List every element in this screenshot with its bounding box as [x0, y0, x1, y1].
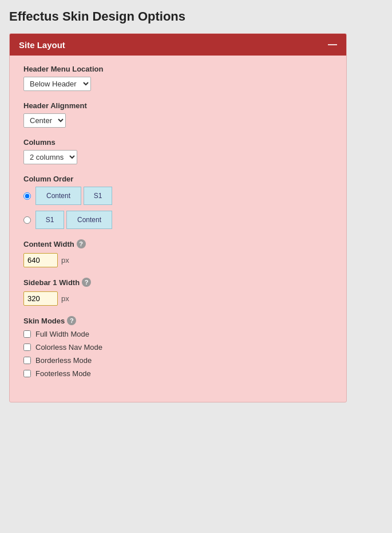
borderless-mode-item: Borderless Mode — [23, 356, 332, 365]
full-width-mode-checkbox[interactable] — [23, 330, 31, 338]
panel-body: Header Menu Location Below Header Above … — [10, 56, 346, 402]
column-order-label: Column Order — [23, 175, 332, 183]
column-order-preview-1: Content S1 — [35, 187, 112, 205]
header-menu-location-group: Header Menu Location Below Header Above … — [23, 65, 332, 91]
s1-box-2: S1 — [35, 211, 64, 229]
panel-header-label: Site Layout — [19, 40, 65, 50]
sidebar1-width-input[interactable] — [23, 291, 58, 306]
column-order-option-2: S1 Content — [23, 211, 332, 229]
column-order-option-1: Content S1 — [23, 187, 332, 205]
column-order-options: Content S1 S1 Content — [23, 187, 332, 229]
header-alignment-label: Header Alignment — [23, 101, 332, 110]
panel-header: Site Layout — — [10, 34, 346, 56]
sidebar1-width-group: Sidebar 1 Width ? px — [23, 278, 332, 306]
skin-modes-label: Skin Modes — [23, 317, 65, 325]
column-order-radio-1[interactable] — [23, 192, 31, 200]
column-order-preview-2: S1 Content — [35, 211, 112, 229]
full-width-mode-item: Full Width Mode — [23, 330, 332, 338]
content-box-1: Content — [35, 187, 81, 205]
sidebar1-width-label: Sidebar 1 Width — [23, 278, 80, 287]
content-width-unit: px — [61, 256, 69, 264]
skin-modes-checkboxes: Full Width Mode Colorless Nav Mode Borde… — [23, 330, 332, 378]
skin-modes-label-row: Skin Modes ? — [23, 316, 332, 325]
sidebar1-width-unit: px — [61, 294, 69, 303]
content-width-label: Content Width — [23, 240, 74, 248]
header-alignment-group: Header Alignment Center Left Right — [23, 101, 332, 128]
footerless-mode-label[interactable]: Footerless Mode — [35, 369, 91, 378]
columns-select[interactable]: 1 column 2 columns 3 columns — [23, 150, 77, 164]
site-layout-panel: Site Layout — Header Menu Location Below… — [9, 33, 347, 402]
column-order-group: Column Order Content S1 S1 Content — [23, 175, 332, 229]
skin-modes-group: Skin Modes ? Full Width Mode Colorless N… — [23, 316, 332, 378]
header-alignment-select[interactable]: Center Left Right — [23, 113, 66, 128]
colorless-nav-mode-item: Colorless Nav Mode — [23, 343, 332, 352]
header-menu-location-select[interactable]: Below Header Above Header Left Right — [23, 77, 91, 91]
borderless-mode-label[interactable]: Borderless Mode — [35, 356, 92, 365]
columns-label: Columns — [23, 138, 332, 147]
column-order-radio-2[interactable] — [23, 216, 31, 224]
colorless-nav-mode-label[interactable]: Colorless Nav Mode — [35, 343, 102, 352]
page-title: Effectus Skin Design Options — [9, 9, 383, 24]
content-width-input-group: px — [23, 253, 332, 267]
columns-group: Columns 1 column 2 columns 3 columns — [23, 138, 332, 164]
sidebar1-width-input-group: px — [23, 291, 332, 306]
header-menu-location-label: Header Menu Location — [23, 65, 332, 73]
sidebar1-width-help-icon[interactable]: ? — [82, 278, 91, 287]
content-box-2: Content — [66, 211, 112, 229]
borderless-mode-checkbox[interactable] — [23, 357, 31, 364]
s1-box-1: S1 — [84, 187, 112, 205]
content-width-group: Content Width ? px — [23, 239, 332, 267]
panel-collapse-icon[interactable]: — — [328, 40, 337, 50]
content-width-label-row: Content Width ? — [23, 239, 332, 248]
colorless-nav-mode-checkbox[interactable] — [23, 344, 31, 351]
footerless-mode-item: Footerless Mode — [23, 369, 332, 378]
skin-modes-help-icon[interactable]: ? — [67, 316, 76, 325]
footerless-mode-checkbox[interactable] — [23, 370, 31, 377]
content-width-help-icon[interactable]: ? — [77, 239, 86, 248]
full-width-mode-label[interactable]: Full Width Mode — [35, 330, 89, 338]
sidebar1-width-label-row: Sidebar 1 Width ? — [23, 278, 332, 287]
content-width-input[interactable] — [23, 253, 58, 267]
